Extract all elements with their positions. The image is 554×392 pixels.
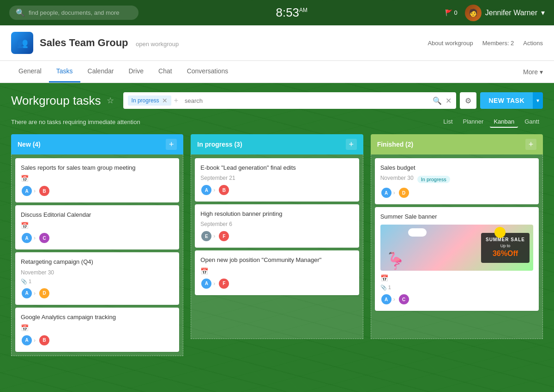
calendar-icon: 📅	[21, 324, 29, 332]
kanban-area: Workgroup tasks ☆ In progress ✕ + 🔍 ✕ ⚙ …	[0, 83, 554, 365]
avatar: A	[380, 187, 392, 199]
workgroup-logo: 👥	[11, 32, 33, 54]
plus-icon: +	[174, 96, 178, 105]
workgroup-type: open workgroup	[136, 41, 179, 48]
cloud-decoration	[408, 228, 427, 237]
task-date: November 30	[380, 175, 414, 181]
more-button[interactable]: More ▾	[523, 68, 543, 76]
topbar: 🔍 8:53AM 🚩 0 🧑 Jennifer Warner ▾	[0, 0, 554, 25]
avatar: 🧑	[465, 5, 482, 21]
avatar: A	[21, 185, 33, 197]
column-inprogress-label: In progress (3)	[197, 141, 242, 148]
column-new-body: Sales reports for sales team group meeti…	[11, 154, 183, 356]
chevron-down-icon: ▾	[540, 68, 543, 76]
search-bar[interactable]: 🔍	[9, 6, 138, 20]
arrow-icon: ›	[34, 188, 36, 194]
view-kanban[interactable]: Kanban	[490, 116, 518, 128]
filter-icons: 🔍 ✕	[433, 96, 452, 105]
kanban-toolbar: Workgroup tasks ☆ In progress ✕ + 🔍 ✕ ⚙ …	[11, 92, 543, 109]
favorite-button[interactable]: ☆	[107, 95, 114, 106]
calendar-icon: 📅	[380, 274, 388, 282]
arrow-icon: ›	[34, 290, 36, 297]
settings-button[interactable]: ⚙	[460, 92, 476, 109]
flag-badge[interactable]: 🚩 0	[445, 9, 458, 16]
column-finished-add-button[interactable]: +	[525, 139, 536, 150]
task-date: November 30	[21, 269, 174, 276]
status-badge: In progress	[417, 176, 450, 183]
task-card[interactable]: Google Analytics campaign tracking 📅 A ›…	[15, 308, 179, 352]
arrow-icon: ›	[34, 235, 36, 241]
close-icon[interactable]: ✕	[446, 96, 452, 105]
tab-drive[interactable]: Drive	[121, 61, 151, 83]
avatar: E	[200, 230, 212, 242]
avatar: D	[398, 187, 410, 199]
column-new-label: New (4)	[18, 141, 41, 148]
members-button[interactable]: Members: 2	[482, 40, 514, 47]
task-card[interactable]: Summer Sale banner 🦩 SUMMER SALE Up to 3…	[375, 207, 539, 311]
column-finished-body: Sales budget November 30 In progress A ›…	[371, 154, 543, 339]
kanban-columns: New (4) + Sales reports for sales team g…	[11, 134, 543, 356]
remove-filter-button[interactable]: ✕	[162, 97, 168, 104]
avatar: F	[218, 278, 230, 290]
avatar: B	[38, 185, 50, 197]
task-assignees: A › C	[380, 293, 533, 305]
avatar: C	[398, 293, 410, 305]
view-options: List Planner Kanban Gantt	[440, 116, 543, 128]
task-assignees: A › D	[380, 187, 533, 199]
avatar: A	[21, 232, 33, 244]
about-workgroup-button[interactable]: About workgroup	[428, 40, 473, 47]
workgroup-header: 👥 Sales Team Group open workgroup About …	[0, 25, 554, 61]
tab-chat[interactable]: Chat	[151, 61, 180, 83]
task-meta: 📅	[380, 274, 533, 282]
tab-calendar[interactable]: Calendar	[80, 61, 121, 83]
workgroup-actions: About workgroup Members: 2 Actions	[428, 40, 543, 47]
task-assignees: A › D	[21, 287, 174, 299]
task-card[interactable]: Sales budget November 30 In progress A ›…	[375, 158, 539, 204]
column-inprogress-add-button[interactable]: +	[346, 139, 357, 150]
column-finished: Finished (2) + Sales budget November 30 …	[371, 134, 543, 356]
task-date: September 21	[200, 175, 353, 181]
tab-tasks[interactable]: Tasks	[49, 61, 80, 83]
search-icon[interactable]: 🔍	[433, 96, 442, 105]
task-date: September 6	[200, 221, 353, 227]
search-icon: 🔍	[16, 8, 25, 17]
task-card[interactable]: Open new job position "Community Manager…	[195, 250, 359, 295]
task-card[interactable]: Retargeting campaign (Q4) November 30 📎 …	[15, 252, 179, 304]
task-assignees: A › C	[21, 232, 174, 244]
task-title: Discuss Editorial Calendar	[21, 211, 174, 219]
avatar: A	[380, 293, 392, 305]
filter-tag-inprogress[interactable]: In progress ✕	[128, 95, 171, 106]
arrow-icon: ›	[213, 233, 215, 239]
filter-search-input[interactable]	[181, 97, 429, 104]
task-card[interactable]: High resolution banner printing Septembe…	[195, 204, 359, 248]
arrow-icon: ›	[393, 190, 395, 196]
new-task-button[interactable]: NEW TASK	[480, 92, 533, 109]
view-list[interactable]: List	[440, 116, 456, 128]
search-input[interactable]	[29, 9, 121, 16]
column-new-add-button[interactable]: +	[166, 139, 177, 150]
arrow-icon: ›	[213, 187, 215, 193]
tab-general[interactable]: General	[11, 61, 49, 83]
attention-text: There are no tasks requiring immediate a…	[11, 119, 140, 125]
task-card[interactable]: Discuss Editorial Calendar 📅 A › C	[15, 205, 179, 249]
task-title: Sales budget	[380, 164, 533, 172]
task-card[interactable]: E-book "Lead generation" final edits Sep…	[195, 158, 359, 202]
column-inprogress-body: E-book "Lead generation" final edits Sep…	[191, 154, 363, 339]
attachment-count: 📎 1	[380, 285, 533, 291]
task-meta: 📅	[200, 267, 353, 275]
user-name: Jennifer Warner	[485, 9, 537, 17]
task-card[interactable]: Sales reports for sales team group meeti…	[15, 158, 179, 202]
view-gantt[interactable]: Gantt	[521, 116, 543, 128]
sale-banner-text: SUMMER SALE Up to 36%Off	[481, 233, 530, 263]
chevron-down-icon: ▾	[541, 8, 545, 17]
tab-conversations[interactable]: Conversations	[180, 61, 236, 83]
view-planner[interactable]: Planner	[459, 116, 488, 128]
user-menu[interactable]: 🧑 Jennifer Warner ▾	[465, 5, 545, 21]
new-task-dropdown-button[interactable]: ▾	[533, 92, 543, 109]
actions-button[interactable]: Actions	[523, 40, 543, 47]
column-inprogress: In progress (3) + E-book "Lead generatio…	[191, 134, 363, 356]
workgroup-title: Sales Team Group	[40, 37, 128, 48]
task-assignees: E › F	[200, 230, 353, 242]
arrow-icon: ›	[34, 337, 36, 344]
column-new: New (4) + Sales reports for sales team g…	[11, 134, 183, 356]
